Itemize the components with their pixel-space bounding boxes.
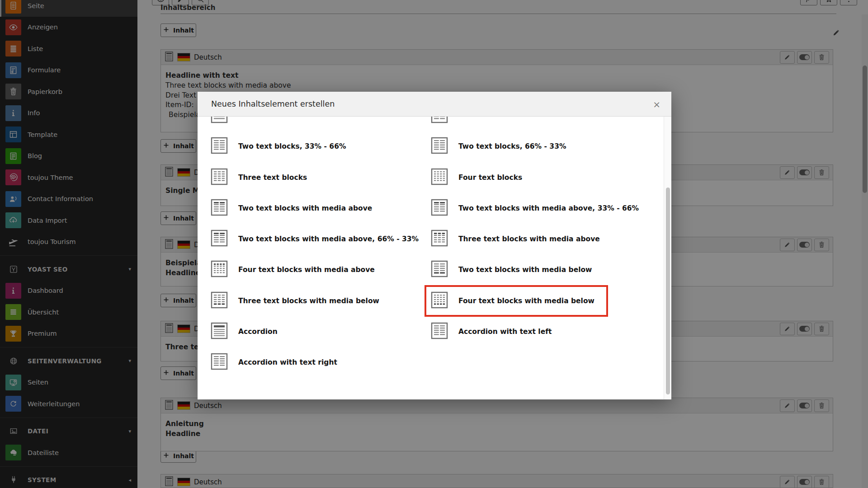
list-row: Accordion with text right bbox=[210, 347, 664, 378]
content-type-four-text-blocks-with-media-below[interactable]: Four text blocks with media below bbox=[425, 285, 608, 317]
text-blocks-icon bbox=[430, 229, 448, 249]
content-type-partial[interactable] bbox=[210, 117, 430, 126]
list-row: Three text blocks with media belowFour t… bbox=[210, 286, 664, 316]
content-type-four-text-blocks[interactable]: Four text blocks bbox=[430, 168, 522, 188]
content-type-label: Two text blocks, 66% - 33% bbox=[458, 142, 566, 150]
modal-scrollbar-thumb[interactable] bbox=[666, 188, 670, 394]
list-row-partial bbox=[210, 117, 664, 131]
content-type-label: Three text blocks with media above bbox=[458, 235, 600, 243]
text-blocks-icon bbox=[430, 117, 448, 126]
content-type-three-text-blocks-with-media-above[interactable]: Three text blocks with media above bbox=[430, 229, 600, 249]
content-type-four-text-blocks-with-media-above[interactable]: Four text blocks with media above bbox=[210, 260, 430, 280]
content-type-two-text-blocks-with-media-below[interactable]: Two text blocks with media below bbox=[430, 260, 592, 280]
content-type-label: Two text blocks with media above bbox=[238, 204, 372, 212]
content-type-label: Two text blocks, 33% - 66% bbox=[238, 142, 346, 150]
content-type-accordion-with-text-right[interactable]: Accordion with text right bbox=[210, 352, 430, 372]
content-type-label: Accordion with text right bbox=[238, 358, 337, 366]
modal-header: Neues Inhaltselement erstellen bbox=[198, 92, 671, 117]
content-type-accordion[interactable]: Accordion bbox=[210, 322, 430, 342]
content-type-label: Accordion bbox=[238, 328, 278, 336]
list-row: Two text blocks with media aboveTwo text… bbox=[210, 193, 664, 224]
text-blocks-icon bbox=[430, 168, 448, 188]
content-type-label: Four text blocks with media below bbox=[458, 297, 594, 305]
list-row: Two text blocks, 33% - 66%Two text block… bbox=[210, 131, 664, 162]
text-blocks-icon bbox=[430, 198, 448, 218]
close-icon[interactable]: × bbox=[651, 98, 662, 111]
text-blocks-icon bbox=[210, 291, 228, 311]
content-type-label: Three text blocks with media below bbox=[238, 297, 379, 305]
content-type-accordion-with-text-left[interactable]: Accordion with text left bbox=[430, 322, 552, 342]
list-row: Four text blocks with media aboveTwo tex… bbox=[210, 254, 664, 285]
content-type-two-text-blocks-with-media-above-33-66-[interactable]: Two text blocks with media above, 33% - … bbox=[430, 198, 639, 218]
content-type-label: Two text blocks with media above, 66% - … bbox=[238, 235, 419, 243]
content-type-label: Two text blocks with media above, 33% - … bbox=[458, 204, 639, 212]
content-type-three-text-blocks-with-media-below[interactable]: Three text blocks with media below bbox=[210, 291, 430, 311]
content-element-list: Two text blocks, 33% - 66%Two text block… bbox=[198, 117, 664, 399]
text-blocks-icon bbox=[210, 229, 228, 249]
list-row: Three text blocksFour text blocks bbox=[210, 162, 664, 193]
text-blocks-icon bbox=[430, 260, 448, 280]
new-content-element-modal: Neues Inhaltselement erstellen × Two tex… bbox=[198, 92, 671, 399]
list-row: AccordionAccordion with text left bbox=[210, 316, 664, 347]
text-blocks-icon bbox=[210, 117, 228, 126]
text-blocks-icon bbox=[210, 168, 228, 188]
content-type-two-text-blocks-with-media-above[interactable]: Two text blocks with media above bbox=[210, 198, 430, 218]
content-type-label: Three text blocks bbox=[238, 174, 307, 182]
content-type-label: Four text blocks with media above bbox=[238, 266, 375, 274]
content-type-two-text-blocks-33-66-[interactable]: Two text blocks, 33% - 66% bbox=[210, 136, 430, 156]
content-type-partial[interactable] bbox=[430, 117, 448, 126]
text-blocks-icon bbox=[210, 322, 228, 342]
content-type-label: Two text blocks with media below bbox=[458, 266, 592, 274]
content-type-three-text-blocks[interactable]: Three text blocks bbox=[210, 168, 430, 188]
text-blocks-icon bbox=[430, 136, 448, 156]
text-blocks-icon bbox=[430, 291, 448, 311]
text-blocks-icon bbox=[210, 260, 228, 280]
content-type-label: Accordion with text left bbox=[458, 328, 552, 336]
modal-scrollbar[interactable] bbox=[664, 117, 671, 399]
content-type-label: Four text blocks bbox=[458, 174, 522, 182]
text-blocks-icon bbox=[210, 136, 228, 156]
text-blocks-icon bbox=[430, 322, 448, 342]
content-type-two-text-blocks-66-33-[interactable]: Two text blocks, 66% - 33% bbox=[430, 136, 566, 156]
text-blocks-icon bbox=[210, 352, 228, 372]
list-row: Two text blocks with media above, 66% - … bbox=[210, 224, 664, 254]
content-type-two-text-blocks-with-media-above-66-33-[interactable]: Two text blocks with media above, 66% - … bbox=[210, 229, 430, 249]
text-blocks-icon bbox=[210, 198, 228, 218]
modal-title: Neues Inhaltselement erstellen bbox=[211, 99, 335, 108]
